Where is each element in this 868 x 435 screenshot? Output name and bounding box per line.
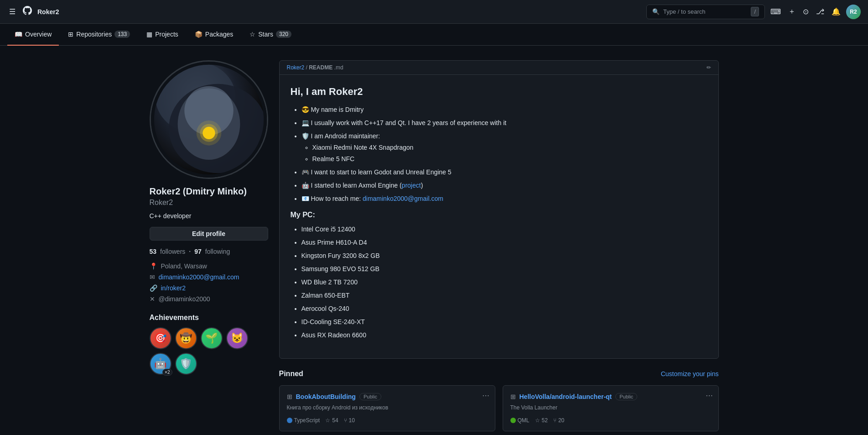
spec-cooler1: Aerocool Qs-240 bbox=[301, 304, 707, 314]
follow-stats: 53 followers · 97 following bbox=[150, 248, 268, 255]
card2-lang-dot bbox=[510, 418, 516, 423]
repo-icon-2: ⊞ bbox=[510, 393, 516, 400]
profile-display-name: Roker2 (Dmitry Minko) bbox=[150, 186, 268, 197]
pinned-card-bookaboutbuilding[interactable]: ⊞ BookAboutBuilding Public ⋯ Книга про с… bbox=[279, 385, 495, 431]
star-icon-2: ☆ bbox=[535, 417, 540, 424]
linkedin-link[interactable]: in/roker2 bbox=[161, 284, 186, 292]
following-label: following bbox=[205, 248, 230, 255]
card1-stars[interactable]: ☆ 54 bbox=[325, 417, 338, 424]
plus-icon[interactable]: ＋ bbox=[786, 5, 797, 18]
pc-specs-list: Intel Core i5 12400 Asus Prime H610-A D4… bbox=[291, 225, 707, 340]
card2-desc: The Volla Launcher bbox=[510, 404, 711, 412]
axmol-project-link[interactable]: project bbox=[402, 182, 421, 189]
project-tab-icon: ▦ bbox=[146, 31, 152, 38]
profile-bio: C++ developer bbox=[150, 212, 268, 220]
pinned-card-android-launcher[interactable]: ⊞ HelloVolla/android-launcher-qt Public … bbox=[503, 385, 719, 431]
readme-title: Hi, I am Roker2 bbox=[291, 86, 707, 98]
card2-stars-count: 52 bbox=[542, 417, 548, 424]
pullrequest-icon[interactable]: ⎇ bbox=[814, 5, 826, 18]
left-sidebar: 🤖 Roker2 (Dmitry Minko) Roker2 C++ devel… bbox=[150, 60, 268, 435]
linkedin-icon: 🔗 bbox=[150, 284, 157, 292]
readme-body: Hi, I am Roker2 😎 My name is Dmitry 💻 I … bbox=[280, 75, 718, 358]
following-count[interactable]: 97 bbox=[194, 248, 202, 255]
achievements-grid: 🎯 🤠 🌱 😺 🤖 ×2 🛡️ bbox=[150, 327, 268, 375]
email-link[interactable]: dimaminko2000@gmail.com bbox=[159, 273, 239, 281]
readme-email-link[interactable]: dimaminko2000@gmail.com bbox=[363, 195, 443, 202]
issues-icon[interactable]: ⊙ bbox=[801, 5, 811, 18]
tab-projects-label: Projects bbox=[155, 31, 178, 38]
star-icon-1: ☆ bbox=[325, 417, 330, 424]
edit-readme-icon[interactable]: ✏ bbox=[707, 64, 711, 71]
fork-icon-1: ⑂ bbox=[344, 417, 347, 424]
user-avatar[interactable]: R2 bbox=[846, 5, 861, 19]
spec-motherboard: Asus Prime H610-A D4 bbox=[301, 238, 707, 247]
android-devices-list: Xiaomi Redmi Note 4X Snapdragon Realme 5… bbox=[301, 143, 707, 164]
robot-count: ×2 bbox=[162, 369, 172, 376]
hamburger-icon[interactable]: ☰ bbox=[7, 5, 17, 18]
spec-ram: Kingston Fury 3200 8x2 GB bbox=[301, 251, 707, 261]
followers-label: followers bbox=[160, 248, 185, 255]
card1-forks-count: 10 bbox=[349, 417, 355, 424]
readme-bullet-name: 😎 My name is Dmitry bbox=[301, 105, 707, 115]
topnav-username[interactable]: Roker2 bbox=[37, 8, 59, 16]
card1-lang-name: TypeScript bbox=[294, 417, 320, 424]
edit-profile-button[interactable]: Edit profile bbox=[150, 227, 268, 241]
readme-breadcrumb: Roker2 / README .md bbox=[287, 64, 343, 71]
followers-count[interactable]: 53 bbox=[150, 248, 157, 255]
readme-bullets: 😎 My name is Dmitry 💻 I usually work wit… bbox=[291, 105, 707, 204]
achievement-cowboy[interactable]: 🤠 bbox=[175, 327, 197, 349]
card2-lang-name: QML bbox=[518, 417, 530, 424]
tab-repositories-label: Repositories bbox=[76, 31, 112, 38]
achievement-cat[interactable]: 😺 bbox=[226, 327, 248, 349]
card2-menu[interactable]: ⋯ bbox=[706, 391, 713, 400]
topnav-center: 🔍 Type / to search / ⌨ ＋ ⊙ ⎇ 🔔 R2 bbox=[64, 5, 861, 19]
customize-pins-link[interactable]: Customize your pins bbox=[661, 370, 719, 377]
tab-stars[interactable]: ☆ Stars 320 bbox=[242, 24, 299, 46]
achievement-shield[interactable]: 🛡️ bbox=[175, 353, 197, 375]
developer-badge: 🤖 bbox=[250, 161, 263, 174]
achievement-yolo[interactable]: 🎯 bbox=[150, 327, 172, 349]
card1-visibility: Public bbox=[359, 393, 381, 400]
tab-projects[interactable]: ▦ Projects bbox=[139, 24, 186, 46]
card1-forks[interactable]: ⑂ 10 bbox=[344, 417, 355, 424]
repositories-count: 133 bbox=[114, 31, 130, 38]
card2-forks[interactable]: ⑂ 20 bbox=[553, 417, 564, 424]
card2-lang: QML bbox=[510, 417, 530, 424]
topnav: ☰ Roker2 🔍 Type / to search / ⌨ ＋ ⊙ ⎇ 🔔 … bbox=[0, 0, 868, 24]
repo-icon-1: ⊞ bbox=[287, 393, 292, 400]
topnav-left: ☰ Roker2 bbox=[7, 5, 59, 18]
readme-bullet-android: 🛡️ I am Android maintainer: Xiaomi Redmi… bbox=[301, 131, 707, 164]
main-layout: 🤖 Roker2 (Dmitry Minko) Roker2 C++ devel… bbox=[142, 46, 726, 435]
search-box[interactable]: 🔍 Type / to search / bbox=[646, 5, 765, 19]
notifications-icon[interactable]: 🔔 bbox=[830, 5, 842, 18]
shield-icon: 🛡️ bbox=[180, 358, 192, 370]
spec-hdd: WD Blue 2 TB 7200 bbox=[301, 278, 707, 287]
card2-stars[interactable]: ☆ 52 bbox=[535, 417, 548, 424]
readme-bullet-axmol: 🤖 I started to learn Axmol Engine (proje… bbox=[301, 181, 707, 190]
readme-card: Roker2 / README .md ✏ Hi, I am Roker2 😎 … bbox=[279, 60, 719, 359]
email-icon: ✉ bbox=[150, 273, 155, 281]
tab-stars-label: Stars bbox=[258, 31, 273, 38]
card2-repo-name[interactable]: HelloVolla/android-launcher-qt bbox=[520, 393, 612, 400]
tab-packages[interactable]: 📦 Packages bbox=[187, 24, 240, 46]
fork-icon-2: ⑂ bbox=[553, 417, 556, 424]
twitter-item: ✕ @dimaminko2000 bbox=[150, 295, 268, 303]
card1-stars-count: 54 bbox=[332, 417, 338, 424]
twitter-text: @dimaminko2000 bbox=[159, 295, 210, 303]
card1-menu[interactable]: ⋯ bbox=[482, 391, 489, 400]
readme-bullet-godot: 🎮 I want to start to learn Godot and Unr… bbox=[301, 168, 707, 177]
card1-repo-name[interactable]: BookAboutBuilding bbox=[296, 393, 356, 400]
tab-repositories[interactable]: ⊞ Repositories 133 bbox=[61, 24, 137, 46]
spec-psu: Zalman 650-EBT bbox=[301, 291, 707, 300]
search-placeholder: Type / to search bbox=[663, 8, 706, 15]
spec-cpu: Intel Core i5 12400 bbox=[301, 225, 707, 234]
achievement-robot[interactable]: 🤖 ×2 bbox=[150, 353, 172, 375]
card1-desc: Книга про сборку Android из исходников bbox=[287, 404, 488, 412]
tab-overview[interactable]: 📖 Overview bbox=[7, 24, 59, 46]
twitter-icon: ✕ bbox=[150, 295, 155, 303]
readme-repo-link[interactable]: Roker2 bbox=[287, 64, 305, 71]
achievement-green[interactable]: 🌱 bbox=[201, 327, 223, 349]
terminal-icon[interactable]: ⌨ bbox=[769, 5, 783, 18]
github-logo[interactable] bbox=[23, 6, 32, 17]
card1-lang-dot bbox=[287, 418, 292, 423]
